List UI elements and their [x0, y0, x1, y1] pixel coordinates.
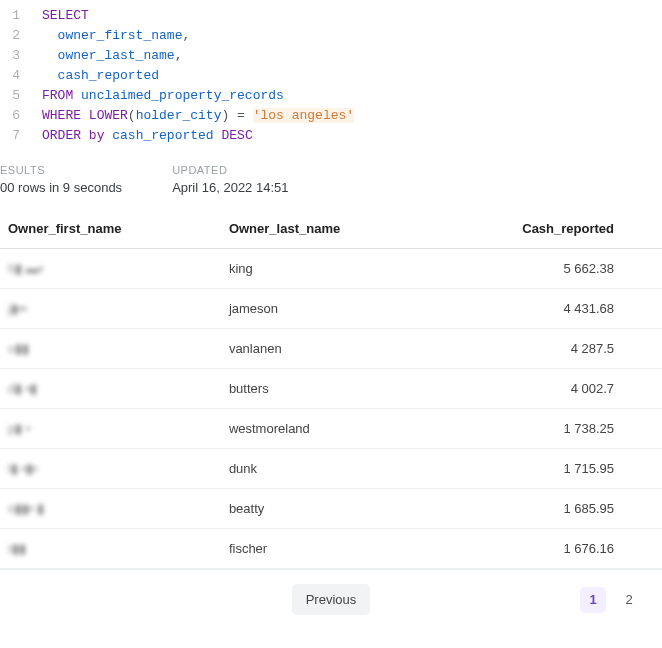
cell-cash-reported: 4 287.5	[438, 329, 622, 369]
cell-spacer	[622, 289, 662, 329]
results-label: ESULTS	[0, 164, 122, 176]
table-row[interactable]: h▮ ▬▪king5 662.38	[0, 249, 662, 289]
cell-first-name: l▮ ▪▮▪	[0, 449, 221, 489]
cell-last-name: beatty	[221, 489, 438, 529]
code-line[interactable]: 3 owner_last_name,	[0, 46, 662, 66]
line-number: 6	[0, 106, 34, 126]
cell-first-name: n▮▮▪ ▮	[0, 489, 221, 529]
code-line[interactable]: 2 owner_first_name,	[0, 26, 662, 46]
cell-cash-reported: 4 431.68	[438, 289, 622, 329]
cell-last-name: westmoreland	[221, 409, 438, 449]
results-value: 00 rows in 9 seconds	[0, 180, 122, 195]
cell-first-name: v▮▮	[0, 329, 221, 369]
updated-label: UPDATED	[172, 164, 288, 176]
cell-spacer	[622, 449, 662, 489]
results-table: Owner_first_name Owner_last_name Cash_re…	[0, 209, 662, 569]
code-content[interactable]: ORDER by cash_reported DESC	[34, 126, 253, 146]
previous-button[interactable]: Previous	[292, 584, 371, 615]
code-content[interactable]: FROM unclaimed_property_records	[34, 86, 284, 106]
cell-last-name: butters	[221, 369, 438, 409]
col-first-name[interactable]: Owner_first_name	[0, 209, 221, 249]
code-content[interactable]: owner_last_name,	[34, 46, 182, 66]
code-line[interactable]: 6WHERE LOWER(holder_city) = 'los angeles…	[0, 106, 662, 126]
col-cash-reported[interactable]: Cash_reported	[438, 209, 622, 249]
cell-first-name: h▮ ▬▪	[0, 249, 221, 289]
line-number: 4	[0, 66, 34, 86]
page-list: 12	[580, 587, 642, 613]
table-row[interactable]: j▮▪▪jameson4 431.68	[0, 289, 662, 329]
col-last-name[interactable]: Owner_last_name	[221, 209, 438, 249]
table-row[interactable]: v▮▮vanlanen4 287.5	[0, 329, 662, 369]
results-meta: ESULTS 00 rows in 9 seconds	[0, 164, 122, 195]
page-1[interactable]: 1	[580, 587, 606, 613]
cell-last-name: jameson	[221, 289, 438, 329]
page-2[interactable]: 2	[616, 587, 642, 613]
table-row[interactable]: l▮ ▪▮▪dunk1 715.95	[0, 449, 662, 489]
cell-last-name: vanlanen	[221, 329, 438, 369]
code-line[interactable]: 1SELECT	[0, 6, 662, 26]
pagination: Previous 12	[0, 569, 662, 629]
cell-spacer	[622, 409, 662, 449]
code-content[interactable]: owner_first_name,	[34, 26, 190, 46]
code-content[interactable]: WHERE LOWER(holder_city) = 'los angeles'	[34, 106, 354, 126]
cell-cash-reported: 1 685.95	[438, 489, 622, 529]
cell-spacer	[622, 529, 662, 569]
sql-editor[interactable]: 1SELECT2 owner_first_name,3 owner_last_n…	[0, 0, 662, 150]
cell-spacer	[622, 489, 662, 529]
cell-first-name: d▮ ▪▮	[0, 369, 221, 409]
cell-last-name: fischer	[221, 529, 438, 569]
table-row[interactable]: r▮▮fischer1 676.16	[0, 529, 662, 569]
updated-meta: UPDATED April 16, 2022 14:51	[172, 164, 288, 195]
cell-last-name: dunk	[221, 449, 438, 489]
cell-cash-reported: 4 002.7	[438, 369, 622, 409]
cell-last-name: king	[221, 249, 438, 289]
cell-spacer	[622, 369, 662, 409]
code-content[interactable]: SELECT	[34, 6, 89, 26]
updated-value: April 16, 2022 14:51	[172, 180, 288, 195]
cell-spacer	[622, 329, 662, 369]
cell-spacer	[622, 249, 662, 289]
cell-first-name: p▮ ▪	[0, 409, 221, 449]
code-line[interactable]: 4 cash_reported	[0, 66, 662, 86]
line-number: 2	[0, 26, 34, 46]
table-row[interactable]: n▮▮▪ ▮beatty1 685.95	[0, 489, 662, 529]
code-line[interactable]: 7ORDER by cash_reported DESC	[0, 126, 662, 146]
table-row[interactable]: p▮ ▪westmoreland1 738.25	[0, 409, 662, 449]
line-number: 7	[0, 126, 34, 146]
cell-cash-reported: 1 738.25	[438, 409, 622, 449]
cell-cash-reported: 5 662.38	[438, 249, 622, 289]
results-table-wrap: Owner_first_name Owner_last_name Cash_re…	[0, 209, 662, 569]
line-number: 5	[0, 86, 34, 106]
table-header-row: Owner_first_name Owner_last_name Cash_re…	[0, 209, 662, 249]
line-number: 3	[0, 46, 34, 66]
col-spacer	[622, 209, 662, 249]
code-content[interactable]: cash_reported	[34, 66, 159, 86]
line-number: 1	[0, 6, 34, 26]
query-meta-bar: ESULTS 00 rows in 9 seconds UPDATED Apri…	[0, 150, 662, 199]
cell-first-name: j▮▪▪	[0, 289, 221, 329]
table-row[interactable]: d▮ ▪▮butters4 002.7	[0, 369, 662, 409]
cell-first-name: r▮▮	[0, 529, 221, 569]
cell-cash-reported: 1 715.95	[438, 449, 622, 489]
cell-cash-reported: 1 676.16	[438, 529, 622, 569]
code-line[interactable]: 5FROM unclaimed_property_records	[0, 86, 662, 106]
